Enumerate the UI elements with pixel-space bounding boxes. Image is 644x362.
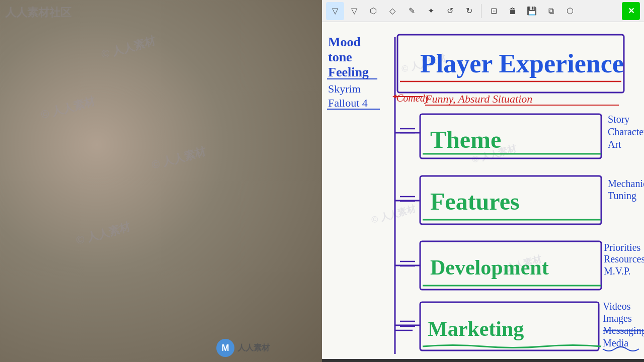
delete-btn[interactable]: 🗑 (504, 2, 522, 20)
undo-btn[interactable]: ↺ (441, 2, 459, 20)
hand-tool-btn[interactable]: ⬡ (364, 2, 382, 20)
bottom-logo: M 人人素材 (216, 339, 270, 357)
settings-btn[interactable]: ⬡ (561, 2, 579, 20)
copy-btn[interactable]: ⧉ (542, 2, 560, 20)
save-btn[interactable]: 💾 (523, 2, 541, 20)
touch-tool-btn[interactable]: ✦ (422, 2, 440, 20)
video-area: 人人素材社区 © 人人素材 © 人人素材 © 人人素材 © 人人素材 (0, 0, 322, 362)
select-tool-btn[interactable]: ▽ (326, 2, 344, 20)
svg-text:Comedy: Comedy (396, 93, 430, 104)
logo-icon: M (216, 339, 234, 357)
svg-text:Theme: Theme (430, 126, 501, 153)
svg-text:Marketing: Marketing (428, 317, 524, 340)
svg-text:Media: Media (603, 337, 628, 348)
svg-text:Videos: Videos (603, 301, 631, 312)
svg-text:Features: Features (430, 188, 520, 215)
svg-text:Funny, Absurd Situation: Funny, Absurd Situation (425, 93, 532, 105)
svg-text:Messaging: Messaging (603, 325, 644, 336)
svg-text:Priorities: Priorities (604, 242, 641, 253)
svg-text:Tuning: Tuning (608, 190, 636, 202)
svg-text:Development: Development (430, 256, 549, 279)
crop-btn[interactable]: ⊡ (485, 2, 503, 20)
svg-text:Mechanics: Mechanics (608, 178, 644, 189)
whiteboard-content: © 人人素材 © 人人素材 © 人人素材 © 人人素材 Mood tone Fe… (322, 22, 644, 362)
svg-text:Characters: Characters (608, 126, 644, 137)
pen-tool-btn[interactable]: ✎ (403, 2, 421, 20)
svg-text:Story: Story (608, 114, 629, 125)
svg-text:Skyrim: Skyrim (328, 82, 361, 95)
svg-text:Player Experience: Player Experience (420, 49, 624, 78)
redo-btn[interactable]: ↻ (460, 2, 478, 20)
close-btn[interactable]: ✕ (622, 2, 640, 20)
bottom-bar (322, 359, 644, 362)
svg-text:tone: tone (328, 50, 352, 64)
svg-text:Resources: Resources (604, 253, 644, 264)
select-tool-2-btn[interactable]: ▽ (345, 2, 363, 20)
svg-text:Images: Images (603, 313, 632, 324)
svg-text:Fallout 4: Fallout 4 (328, 97, 368, 109)
toolbar-divider (481, 4, 481, 18)
person-background (0, 0, 322, 362)
svg-text:Feeling: Feeling (328, 65, 369, 79)
svg-text:M.V.P.: M.V.P. (604, 265, 631, 277)
shape-tool-btn[interactable]: ◇ (383, 2, 401, 20)
svg-text:Art: Art (608, 139, 621, 150)
logo-text: 人人素材 (237, 343, 270, 353)
svg-text:Mood: Mood (328, 35, 361, 49)
whiteboard-svg: © 人人素材 © 人人素材 © 人人素材 © 人人素材 Mood tone Fe… (322, 22, 644, 362)
toolbar: ▽ ▽ ⬡ ◇ ✎ ✦ ↺ ↻ ⊡ 🗑 💾 ⧉ ⬡ ✕ (322, 0, 644, 22)
